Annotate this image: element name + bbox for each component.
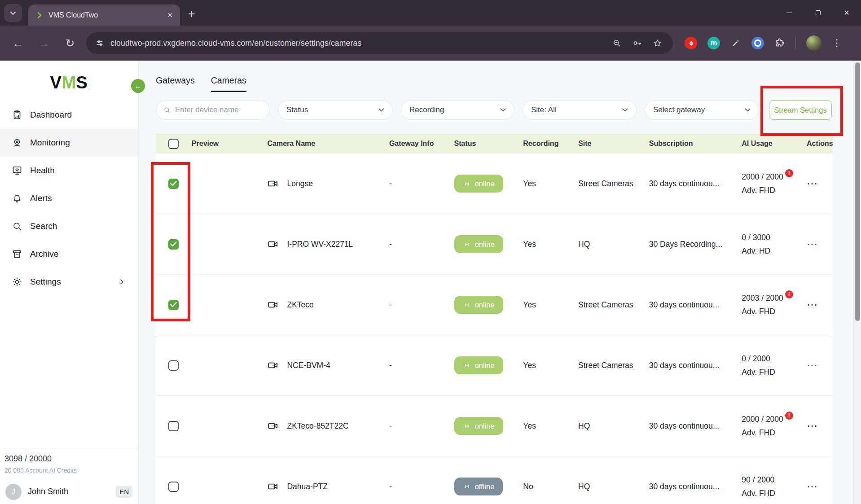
sidebar-item-monitoring[interactable]: Monitoring <box>0 129 138 157</box>
webcam-icon <box>12 137 22 148</box>
status-badge: online <box>454 356 503 374</box>
ai-plan-value: Adv. FHD <box>742 368 801 377</box>
row-actions-button[interactable]: ⋯ <box>807 238 817 250</box>
row-actions-button[interactable]: ⋯ <box>807 177 817 189</box>
reload-button[interactable]: ↻ <box>62 38 78 49</box>
camera-name: Longse <box>287 179 312 188</box>
sidebar-item-search[interactable]: Search <box>0 212 138 240</box>
status-filter-dropdown[interactable]: Status <box>278 100 393 120</box>
content-blocker-extension-icon[interactable] <box>685 37 697 49</box>
col-gateway-info: Gateway Info <box>386 140 448 148</box>
subscription-value: 30 Days Recording... <box>641 240 734 249</box>
row-actions-button[interactable]: ⋯ <box>807 359 817 371</box>
site-value: Street Cameras <box>578 179 641 188</box>
maximize-button[interactable] <box>804 0 832 26</box>
bookmark-star-icon[interactable] <box>653 39 662 48</box>
tab-cameras[interactable]: Cameras <box>211 75 246 92</box>
sidebar-item-dashboard[interactable]: Dashboard <box>0 101 138 129</box>
recording-value: Yes <box>519 361 578 370</box>
language-badge[interactable]: EN <box>116 486 132 498</box>
ai-usage-value: 0 / 3000 <box>742 233 770 242</box>
device-search-field[interactable] <box>156 100 270 120</box>
monitor-heart-icon <box>12 165 22 176</box>
browser-menu-icon[interactable]: ⋮ <box>832 37 842 49</box>
cameras-table: Preview Camera Name Gateway Info Status … <box>156 134 833 504</box>
row-actions-button[interactable]: ⋯ <box>807 480 817 492</box>
user-avatar: J <box>5 484 22 500</box>
zoom-icon[interactable] <box>612 39 621 48</box>
password-manager-extension-icon[interactable] <box>751 37 764 49</box>
site-filter-dropdown[interactable]: Site: All <box>523 100 637 120</box>
tab-gateways[interactable]: Gateways <box>156 75 195 92</box>
sidebar-item-alerts[interactable]: Alerts <box>0 184 138 212</box>
recording-filter-dropdown[interactable]: Recording <box>401 100 514 120</box>
scrollbar-thumb[interactable] <box>855 62 860 321</box>
video-camera-icon <box>267 299 279 311</box>
signal-icon <box>463 482 471 491</box>
subscription-value: 30 days continuou... <box>641 361 734 370</box>
status-text: online <box>475 422 495 430</box>
address-bar[interactable]: cloudtwo-prod.vxgdemo.cloud-vms.com/en/c… <box>86 32 673 54</box>
video-camera-icon <box>267 178 279 189</box>
color-picker-extension-icon[interactable] <box>730 38 741 48</box>
close-window-button[interactable]: ✕ <box>832 0 861 26</box>
col-subscription: Subscription <box>641 140 734 148</box>
device-search-input[interactable] <box>175 105 262 114</box>
new-tab-button[interactable]: + <box>188 8 195 20</box>
row-actions-button[interactable]: ⋯ <box>807 298 817 311</box>
col-actions: Actions <box>801 140 833 148</box>
archive-box-icon <box>12 249 22 259</box>
extensions-puzzle-icon[interactable] <box>774 38 785 48</box>
browser-profile-avatar[interactable] <box>806 35 821 51</box>
status-badge: online <box>454 296 503 314</box>
chevron-right-icon <box>116 278 127 285</box>
recording-value: Yes <box>519 179 578 188</box>
table-row: Longse - online Yes Street Cameras 30 da… <box>156 153 833 214</box>
status-badge: online <box>454 417 503 435</box>
user-row[interactable]: J John Smith EN <box>0 479 138 504</box>
site-value: Street Cameras <box>578 361 641 370</box>
sidebar-item-settings[interactable]: Settings <box>0 268 138 296</box>
table-body: Longse - online Yes Street Cameras 30 da… <box>156 153 833 504</box>
status-text: online <box>475 240 495 249</box>
sidebar-item-health[interactable]: Health <box>0 157 138 184</box>
camera-name: ZKTeco <box>287 300 313 310</box>
recording-value: Yes <box>519 300 578 310</box>
tab-search-button[interactable] <box>4 4 22 22</box>
page-scrollbar[interactable] <box>853 61 861 504</box>
status-badge: offline <box>454 478 503 495</box>
ai-usage-value: 0 / 2000 <box>742 354 770 364</box>
row-checkbox[interactable] <box>168 482 179 492</box>
sidebar-item-label: Search <box>30 221 57 231</box>
minimize-button[interactable] <box>775 0 804 26</box>
sidebar-item-archive[interactable]: Archive <box>0 240 138 268</box>
status-text: online <box>475 361 495 370</box>
forward-button[interactable]: → <box>36 38 52 49</box>
sidebar-item-label: Monitoring <box>30 138 70 148</box>
subscription-value: 30 days continuou... <box>641 482 734 491</box>
row-checkbox[interactable] <box>168 421 179 431</box>
site-settings-icon[interactable] <box>95 39 104 48</box>
row-actions-button[interactable]: ⋯ <box>807 420 817 432</box>
row-checkbox[interactable] <box>168 360 179 371</box>
sidebar-collapse-button[interactable]: ← <box>131 79 145 93</box>
window-controls: ✕ <box>775 0 861 26</box>
m-extension-icon[interactable]: m <box>707 37 720 49</box>
status-text: offline <box>475 482 495 491</box>
browser-tab-active[interactable]: VMS CloudTwo ✕ <box>28 4 180 26</box>
tab-close-icon[interactable]: ✕ <box>167 11 173 19</box>
recording-value: Yes <box>519 240 578 249</box>
table-row: I-PRO WV-X2271L - online Yes HQ 30 Days … <box>156 214 833 275</box>
sidebar: VMS ← Dashboard Monitoring Health Alerts <box>0 61 138 504</box>
ai-plan-value: Adv. HD <box>742 246 801 256</box>
select-all-checkbox[interactable] <box>168 139 179 149</box>
back-button[interactable]: ← <box>10 38 26 49</box>
status-text: online <box>475 301 495 309</box>
signal-icon <box>463 240 471 249</box>
status-badge: online <box>454 235 503 253</box>
status-badge: online <box>454 175 503 193</box>
password-key-icon[interactable] <box>632 38 642 48</box>
ai-plan-value: Adv. FHD <box>742 186 801 195</box>
gateway-filter-dropdown[interactable]: Select gateway <box>645 100 759 120</box>
camera-name: Dahua-PTZ <box>287 482 327 491</box>
